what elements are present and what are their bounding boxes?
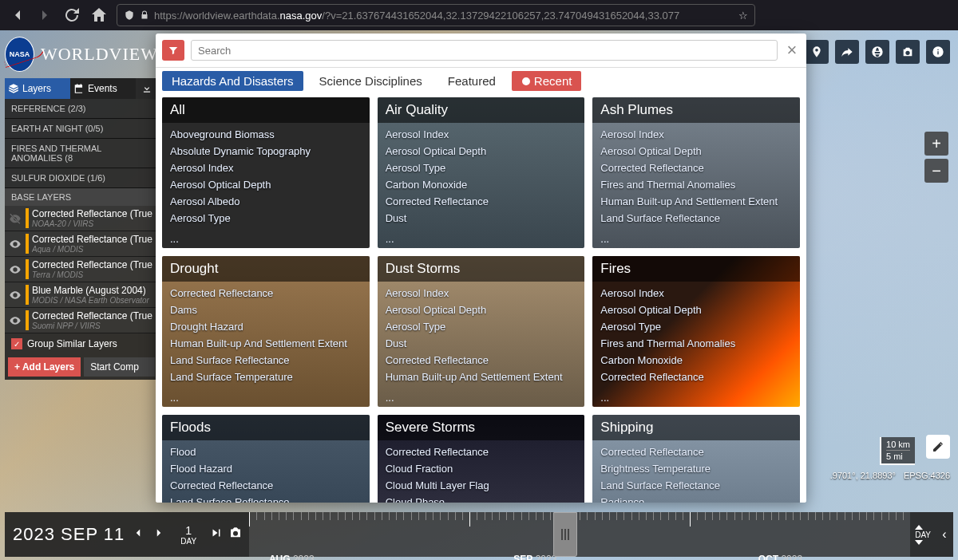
- category-item[interactable]: Fires and Thermal Anomalies: [600, 176, 792, 193]
- category-item[interactable]: Human Built-up And Settlement Extent: [600, 193, 792, 210]
- category-card[interactable]: Dust StormsAerosol IndexAerosol Optical …: [378, 256, 585, 407]
- category-item[interactable]: Land Surface Reflectance: [600, 210, 792, 227]
- category-item[interactable]: Aboveground Biomass: [170, 126, 362, 143]
- layer-row[interactable]: Corrected Reflectance (TrueNOAA-20 / VII…: [5, 206, 158, 231]
- category-item[interactable]: Aerosol Index: [386, 285, 577, 302]
- snapshot-button[interactable]: [896, 40, 920, 64]
- category-card[interactable]: Severe StormsCorrected ReflectanceCloud …: [378, 415, 585, 503]
- category-item[interactable]: Aerosol Albedo: [170, 193, 362, 210]
- download-tab[interactable]: [136, 78, 158, 99]
- sidebar-section[interactable]: SULFUR DIOXIDE (1/6): [5, 168, 158, 188]
- category-more[interactable]: ...: [378, 392, 585, 407]
- category-item[interactable]: Corrected Reflectance: [600, 160, 792, 176]
- share-button[interactable]: [835, 40, 859, 64]
- visibility-toggle[interactable]: [8, 289, 22, 302]
- sidebar-section[interactable]: EARTH AT NIGHT (0/5): [5, 119, 158, 139]
- category-item[interactable]: Dust: [386, 335, 577, 352]
- interval-unit-selector[interactable]: DAY: [910, 512, 936, 557]
- sidebar-section[interactable]: FIRES AND THERMAL ANOMALIES (8: [5, 139, 158, 168]
- address-bar[interactable]: https://worldview.earthdata.nasa.gov/?v=…: [117, 4, 755, 26]
- category-item[interactable]: Aerosol Type: [170, 210, 362, 227]
- category-item[interactable]: Aerosol Type: [386, 160, 577, 176]
- visibility-toggle[interactable]: [8, 263, 22, 276]
- step-interval[interactable]: 1 DAY: [174, 512, 203, 557]
- home-button[interactable]: [89, 6, 109, 25]
- category-item[interactable]: Cloud Phase: [386, 494, 577, 503]
- category-item[interactable]: Aerosol Optical Depth: [386, 143, 577, 160]
- add-layers-button[interactable]: + Add Layers: [8, 357, 81, 377]
- tab-recent[interactable]: Recent: [512, 71, 582, 91]
- category-item[interactable]: Land Surface Temperature: [170, 369, 362, 385]
- category-item[interactable]: Aerosol Index: [600, 126, 792, 143]
- visibility-toggle[interactable]: [8, 238, 22, 250]
- category-item[interactable]: Corrected Reflectance: [170, 285, 362, 302]
- category-item[interactable]: Human Built-up And Settlement Extent: [170, 335, 362, 352]
- projection-button[interactable]: [865, 40, 889, 64]
- category-item[interactable]: Aerosol Optical Depth: [600, 302, 792, 318]
- category-item[interactable]: Aerosol Index: [386, 126, 577, 143]
- measure-button[interactable]: [926, 435, 950, 459]
- category-item[interactable]: Human Built-up And Settlement Extent: [386, 369, 577, 385]
- tab-layers[interactable]: Layers: [5, 78, 70, 99]
- date-prev-button[interactable]: [131, 526, 145, 543]
- category-item[interactable]: Aerosol Index: [170, 160, 362, 176]
- category-item[interactable]: Land Surface Reflectance: [170, 494, 362, 503]
- reload-button[interactable]: [62, 6, 81, 25]
- category-item[interactable]: Corrected Reflectance: [386, 352, 577, 369]
- category-more[interactable]: ...: [162, 392, 370, 407]
- layer-row[interactable]: Corrected Reflectance (TrueTerra / MODIS: [5, 257, 158, 282]
- timeline-dragger[interactable]: [553, 512, 577, 557]
- category-item[interactable]: Dust: [386, 210, 577, 227]
- category-more[interactable]: ...: [378, 233, 585, 248]
- category-item[interactable]: Dams: [170, 302, 362, 318]
- animation-button[interactable]: [228, 526, 243, 543]
- search-input[interactable]: [191, 40, 778, 61]
- date-selector[interactable]: 2023 SEP 11: [5, 512, 174, 557]
- start-compare-button[interactable]: Start Comp: [84, 357, 155, 377]
- tab-events[interactable]: Events: [70, 78, 136, 99]
- category-card[interactable]: DroughtCorrected ReflectanceDamsDrought …: [162, 256, 370, 407]
- category-more[interactable]: ...: [592, 233, 800, 248]
- category-card[interactable]: FloodsFloodFlood HazardCorrected Reflect…: [162, 415, 370, 503]
- category-item[interactable]: Land Surface Reflectance: [170, 352, 362, 369]
- category-card[interactable]: Ash PlumesAerosol IndexAerosol Optical D…: [592, 97, 800, 248]
- timeline-track[interactable]: AUG 2023SEP 2023OCT 2023: [249, 512, 910, 557]
- zoom-out-button[interactable]: −: [924, 159, 948, 183]
- nasa-logo[interactable]: NASA: [5, 37, 34, 72]
- skip-end-button[interactable]: [209, 526, 224, 543]
- forward-button[interactable]: [35, 6, 54, 25]
- back-button[interactable]: [8, 6, 27, 25]
- category-item[interactable]: Carbon Monoxide: [386, 176, 577, 193]
- category-item[interactable]: Aerosol Type: [386, 318, 577, 335]
- tab-science[interactable]: Science Disciplines: [310, 71, 432, 91]
- zoom-in-button[interactable]: +: [924, 132, 948, 156]
- category-item[interactable]: Drought Hazard: [170, 318, 362, 335]
- category-card[interactable]: FiresAerosol IndexAerosol Optical DepthA…: [592, 256, 800, 407]
- group-similar-toggle[interactable]: ✓ Group Similar Layers: [5, 333, 158, 354]
- category-item[interactable]: Radiance: [600, 494, 792, 503]
- category-more[interactable]: ...: [592, 392, 800, 407]
- category-item[interactable]: Aerosol Optical Depth: [600, 143, 792, 160]
- category-item[interactable]: Corrected Reflectance: [170, 477, 362, 494]
- category-item[interactable]: Aerosol Index: [600, 285, 792, 302]
- category-item[interactable]: Carbon Monoxide: [600, 352, 792, 369]
- visibility-toggle[interactable]: [8, 212, 22, 225]
- category-card[interactable]: ShippingCorrected ReflectanceBrightness …: [592, 415, 800, 503]
- category-item[interactable]: Land Surface Reflectance: [600, 477, 792, 494]
- sidebar-section[interactable]: REFERENCE (2/3): [5, 99, 158, 119]
- filter-button[interactable]: [162, 40, 184, 61]
- category-item[interactable]: Corrected Reflectance: [386, 444, 577, 460]
- category-item[interactable]: Corrected Reflectance: [386, 193, 577, 210]
- bookmark-star-icon[interactable]: ☆: [738, 10, 748, 22]
- category-item[interactable]: Flood: [170, 444, 362, 460]
- category-item[interactable]: Brightness Temperature: [600, 460, 792, 477]
- category-item[interactable]: Corrected Reflectance: [600, 369, 792, 385]
- layer-row[interactable]: Corrected Reflectance (TrueSuomi NPP / V…: [5, 308, 158, 333]
- tab-featured[interactable]: Featured: [438, 71, 505, 91]
- category-item[interactable]: Cloud Fraction: [386, 460, 577, 477]
- category-item[interactable]: Corrected Reflectance: [600, 444, 792, 460]
- category-card[interactable]: Air QualityAerosol IndexAerosol Optical …: [378, 97, 585, 248]
- category-item[interactable]: Absolute Dynamic Topography: [170, 143, 362, 160]
- category-item[interactable]: Flood Hazard: [170, 460, 362, 477]
- info-button[interactable]: [926, 40, 950, 64]
